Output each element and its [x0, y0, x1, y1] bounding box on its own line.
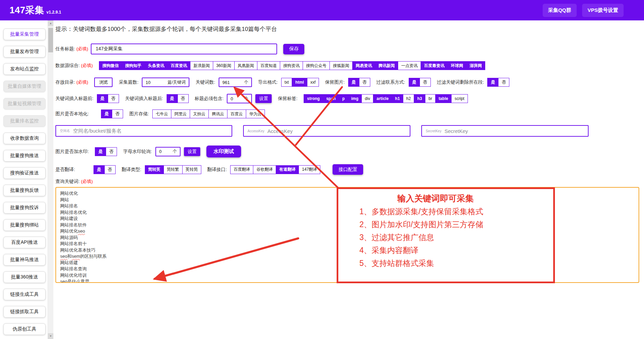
sidebar-item[interactable]: 批量搜狗绑站 — [3, 219, 46, 231]
image-storage-option[interactable]: 腾讯云 — [209, 110, 227, 118]
datasource-option[interactable]: 搜狐新闻 — [330, 62, 353, 70]
access-key-input[interactable]: AccessKey AccessKey — [243, 125, 410, 137]
annotation-points: 1、多数据源采集/支持保留采集格式2、图片加水印/支持图片第三方存储3、过滤其它… — [338, 206, 553, 269]
translate-type-option[interactable]: 简转英 — [145, 166, 164, 174]
datasource-option[interactable]: 360新闻 — [213, 62, 235, 70]
export-format-option[interactable]: xxf — [307, 78, 319, 86]
translate-api-option[interactable]: 谷歌翻译 — [253, 166, 276, 174]
toggle-option-no[interactable]: 否 — [359, 78, 370, 86]
keep-tag-option[interactable]: article — [373, 95, 392, 103]
toggle-option-yes[interactable]: 是 — [488, 78, 498, 86]
export-format-option[interactable]: txt — [282, 78, 292, 86]
toggle-option-yes[interactable]: 是 — [95, 148, 106, 156]
datasource-option[interactable]: 腾讯新闻 — [375, 62, 398, 70]
toggle-option-no[interactable]: 否 — [112, 110, 123, 118]
keep-tag-option[interactable]: h1 — [392, 95, 403, 103]
scrollbar-thumb[interactable] — [48, 28, 53, 52]
save-button[interactable]: 保存 — [283, 44, 304, 54]
datasource-option[interactable]: 百度知道 — [257, 62, 280, 70]
qq-group-button[interactable]: 采集QQ群 — [543, 4, 577, 17]
keep-tag-option[interactable]: strong — [304, 95, 323, 103]
translate-type-option[interactable]: 英转简 — [183, 166, 201, 174]
toggle-option-no[interactable]: 否 — [105, 166, 115, 174]
sidebar-item[interactable]: 百度API推送 — [3, 237, 46, 248]
watermark-set-button[interactable]: 设置 — [184, 147, 200, 156]
api-config-button[interactable]: 接口配置 — [333, 164, 363, 175]
toggle-option-yes[interactable]: 是 — [349, 78, 359, 86]
scroll-up-icon[interactable]: ▲ — [48, 20, 53, 26]
keep-tag-option[interactable]: p — [339, 95, 348, 103]
sidebar-item[interactable]: 批量360推送 — [3, 271, 46, 283]
keep-tag-option[interactable]: h3 — [414, 95, 425, 103]
sidebar-scrollbar[interactable]: ▲ ▼ — [48, 20, 53, 339]
sidebar-item[interactable]: 批量神马推送 — [3, 254, 46, 266]
sidebar-item[interactable]: 批量采集管理 — [3, 29, 46, 40]
image-storage-option[interactable]: 又拍云 — [190, 110, 209, 118]
sidebar-item[interactable]: 链接生成工具 — [3, 289, 46, 300]
toggle-option-no[interactable]: 否 — [178, 95, 188, 103]
keyword-count-input[interactable]: 961个 — [219, 78, 252, 87]
keep-tag-option[interactable]: div — [362, 95, 373, 103]
translate-type-option[interactable]: 简转繁 — [164, 166, 183, 174]
image-storage-option[interactable]: 华为云 — [246, 110, 265, 118]
sidebar-item[interactable]: 收录数据查询 — [3, 133, 46, 144]
image-storage-option[interactable]: 七牛云 — [153, 110, 171, 118]
sidebar-item[interactable]: 批量搜狗投诉 — [3, 202, 46, 214]
datasource-option[interactable]: 一点资讯 — [398, 62, 421, 70]
title-contain-set-button[interactable]: 设置 — [255, 94, 272, 103]
datasource-option[interactable]: 环球网 — [448, 62, 467, 70]
datasource-option[interactable]: 凤凰新闻 — [235, 62, 257, 70]
sidebar-item[interactable]: 批量短视频管理 — [3, 98, 46, 109]
toggle-option-no[interactable]: 否 — [498, 78, 509, 86]
datasource-option[interactable]: 网易资讯 — [353, 62, 375, 70]
datasource-option[interactable]: 新浪新闻 — [190, 62, 213, 70]
datasource-option[interactable]: 搜狗微信 — [99, 62, 122, 70]
toggle-option-no[interactable]: 否 — [420, 78, 430, 86]
keep-tag-option[interactable]: span — [323, 95, 339, 103]
keep-tag-option[interactable]: br — [425, 95, 436, 103]
datasource-option[interactable]: 澎湃网 — [467, 62, 485, 70]
sidebar-item[interactable]: 批量自媒体管理 — [3, 81, 46, 92]
translate-api-option[interactable]: 百度翻译 — [231, 166, 253, 174]
browse-button[interactable]: 浏览 — [94, 78, 113, 87]
scroll-down-icon[interactable]: ▼ — [48, 333, 53, 339]
toggle-option-yes[interactable]: 是 — [101, 110, 112, 118]
datasource-option[interactable]: 搜狗资讯 — [280, 62, 303, 70]
sidebar-item[interactable]: 批量发布管理 — [3, 46, 46, 57]
sidebar-item[interactable]: 链接抓取工具 — [3, 306, 46, 318]
task-title-input[interactable]: 147全网采集 — [91, 44, 277, 54]
sidebar-item[interactable]: 批量搜狗推送 — [3, 150, 46, 162]
translate-api-option[interactable]: 147翻译 — [299, 166, 320, 174]
image-storage-option[interactable]: 百度云 — [227, 110, 246, 118]
vps-dial-settings-button[interactable]: VPS拨号设置 — [582, 4, 624, 17]
translate-api-option[interactable]: 有道翻译 — [276, 166, 299, 174]
watermark-test-button[interactable]: 水印测试 — [206, 146, 241, 157]
keep-tag-option[interactable]: script — [452, 95, 468, 103]
toggle-option-yes[interactable]: 是 — [409, 78, 420, 86]
datasource-option[interactable]: 搜狗公众号 — [303, 62, 330, 70]
keep-tag-option[interactable]: table — [436, 95, 452, 103]
sidebar-item[interactable]: 批量搜狗反馈 — [3, 185, 46, 196]
watermark-cycle-input[interactable]: 0个 — [155, 147, 181, 156]
sidebar-item[interactable]: 伪原创工具 — [3, 323, 46, 335]
pieces-input[interactable]: 10篇/关键词 — [142, 78, 189, 87]
export-format-option[interactable]: html — [292, 78, 307, 86]
secret-key-input[interactable]: SecretKey SecretKey — [421, 125, 589, 137]
toggle-option-yes[interactable]: 是 — [97, 95, 108, 103]
toggle-option-yes[interactable]: 是 — [167, 95, 178, 103]
datasource-option[interactable]: 头条资讯 — [145, 62, 168, 70]
datasource-option[interactable]: 百度最资讯 — [421, 62, 448, 70]
toggle-option-no[interactable]: 否 — [106, 148, 117, 156]
sidebar-item[interactable]: 搜狗验证推送 — [3, 167, 46, 179]
title-must-contain-input[interactable]: 0个 — [227, 94, 252, 103]
datasource-option[interactable]: 搜狗知乎 — [122, 62, 145, 70]
toggle-option-yes[interactable]: 是 — [94, 166, 105, 174]
image-storage-option[interactable]: 阿里云 — [171, 110, 190, 118]
bucket-name-input[interactable]: 空间名 空间名/bucket/服务名 — [55, 125, 232, 137]
sidebar-item[interactable]: 发布站点监控 — [3, 63, 46, 75]
keep-tag-option[interactable]: img — [348, 95, 362, 103]
datasource-option[interactable]: 百度资讯 — [168, 62, 190, 70]
keep-tag-option[interactable]: h2 — [403, 95, 414, 103]
toggle-option-no[interactable]: 否 — [108, 95, 119, 103]
sidebar-item[interactable]: 批量排名监控 — [3, 115, 46, 127]
